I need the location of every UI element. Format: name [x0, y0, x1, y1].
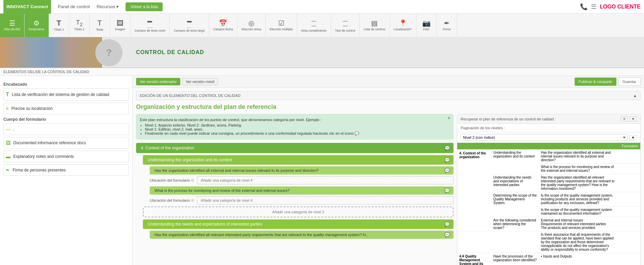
- titulo1-label: Título 1: [54, 28, 64, 32]
- texto-label: Texto: [96, 28, 103, 32]
- info-close-btn[interactable]: ✕: [447, 116, 450, 120]
- content-area: EDICIÓN DE UN ELEMENTO DEL CONTROL DE CA…: [133, 88, 644, 265]
- titulo2-icon: T2: [76, 19, 82, 27]
- eleccion-unica-icon: ◎: [248, 20, 254, 27]
- sidebar-item-explanatory[interactable]: ▬ Explanatory notes and comments: [3, 151, 129, 162]
- save-btn[interactable]: Guardar: [618, 78, 641, 86]
- table-cell-f6: [620, 217, 640, 231]
- toolbar-campos-largo[interactable]: ▬___ Campos de texto largo: [170, 14, 209, 37]
- sidebar-item-docs[interactable]: 🖼 Documented informance reference docs: [3, 137, 129, 149]
- table-cell-assurance: Is there assurance that all requirements…: [539, 231, 620, 253]
- sidebar-item-titulo[interactable]: T Lista de verificación del sistema de g…: [3, 88, 129, 101]
- toolbar-eleccion-multiple[interactable]: ☑ Elección múltiple: [266, 14, 297, 37]
- nota-cumplimiento-label: Nota cumplimiento: [301, 29, 327, 33]
- clear-icon[interactable]: ✕: [621, 116, 628, 121]
- action-buttons: Publicar & compartir Guardar: [575, 78, 641, 86]
- ubicacion-row-2: Ubicación del formulario ☉ Añadir una ca…: [150, 196, 453, 204]
- ubicacion-placeholder-1: Añadir una categoría de nivel 4: [201, 178, 252, 182]
- add-level3-btn[interactable]: Añadir una categoría de nivel 3: [143, 206, 453, 217]
- table-cell-subitems: External and Internal Issues Requirement…: [539, 217, 620, 231]
- nav-recursos[interactable]: Recursos ▾: [97, 4, 119, 9]
- qc-level2-chat-icon: 💬: [444, 157, 450, 163]
- toolbar-imagen[interactable]: 🖼 Imagen: [110, 14, 131, 37]
- tipo-control-icon: ——: [343, 18, 347, 28]
- table-row: Is there assurance that all requirements…: [457, 231, 640, 253]
- eleccion-multiple-label: Elección múltiple: [270, 28, 293, 31]
- qc-level3-process[interactable]: What is the process for monitoring and r…: [150, 186, 453, 195]
- breadcrumb: ELEMENTOS DEL/DE LA CONTROL DE CALIDAD: [0, 68, 644, 76]
- toolbar-lista-centros[interactable]: ▤ Lista de centros: [360, 14, 390, 37]
- qc-left-col: ✕ Este plan estructura la clasificación …: [136, 114, 453, 265]
- qc-level1[interactable]: 4. Context of the organization 💬: [136, 143, 453, 153]
- version-ordenador-btn[interactable]: Ver versión ordenador: [136, 78, 180, 85]
- toolbar-titulo2[interactable]: T2 Título 2: [69, 14, 90, 37]
- eleccion-unica-label: Elección única: [242, 28, 261, 31]
- toolbar-campos-fecha[interactable]: 📅 Campos fecha: [209, 14, 237, 37]
- qc-level3-identified[interactable]: Has the organization identified all exte…: [150, 166, 453, 175]
- lista-centros-label: Lista de centros: [364, 28, 385, 31]
- toolbar-tipo-control[interactable]: —— Tipo de control: [331, 14, 360, 37]
- edition-header-text: EDICIÓN DE UN ELEMENTO DEL CONTROL DE CA…: [140, 94, 241, 98]
- content-two-col: ✕ Este plan estructura la clasificación …: [136, 114, 641, 265]
- info-text: Este plan estructura la clasificación de…: [140, 118, 450, 122]
- ubicacion-label-1: Ubicación del formulario ☉: [150, 178, 194, 183]
- foto-label: Foto: [423, 28, 429, 31]
- toolbar: ☰ Plan de Ref ⚙ Parámetros T Título 1 T2…: [0, 14, 644, 37]
- expand-icon[interactable]: ▼: [629, 116, 637, 121]
- localizacion-label: Localización*: [394, 28, 412, 31]
- qc-level1-chat-icon: 💬: [444, 145, 450, 151]
- qc-level3-parties-chat-icon: 💬: [444, 232, 450, 237]
- toolbar-foto[interactable]: 📷 Foto: [416, 14, 437, 37]
- firma-icon: ✒: [444, 20, 450, 27]
- toolbar-parametros[interactable]: ⚙ Parámetros: [24, 14, 49, 37]
- right-panel-header: Recuperar el plan de referencia de un co…: [457, 114, 640, 124]
- toolbar-nota-cumplimiento[interactable]: —— Nota cumplimiento: [297, 14, 331, 37]
- ubicacion-row-1: Ubicación del formulario ☉ Añadir una ca…: [150, 176, 453, 184]
- table-cell-q4: Is the scope of the quality management s…: [539, 192, 620, 206]
- info-list: Nivel 1: Aspecto exterior, Nivel 2: Jard…: [145, 123, 450, 136]
- lista-centros-icon: ▤: [371, 20, 378, 27]
- campos-fecha-label: Campos fecha: [213, 28, 233, 31]
- ubicacion-dropdown-1[interactable]: Añadir una categoría de nivel 4: [197, 176, 453, 184]
- toolbar-titulo1[interactable]: T Título 1: [49, 14, 69, 37]
- nav-panel[interactable]: Panel de control: [58, 4, 90, 9]
- logo-text: INNOVACT Connect: [6, 4, 48, 9]
- nivel-expand-icon[interactable]: ▼: [629, 135, 637, 140]
- toolbar-localizacion[interactable]: 📍 Localización*: [390, 14, 416, 37]
- explanatory-icon: ▬: [6, 154, 11, 159]
- publish-btn[interactable]: Publicar & compartir: [575, 78, 616, 86]
- right-panel-header-text: Recuperar el plan de referencia de un co…: [461, 117, 556, 121]
- titulo-item-icon: T: [6, 92, 9, 98]
- table-cell-q5: Is the scope of the quality management s…: [539, 206, 620, 217]
- nivel-select[interactable]: Nivel 2 (con índice): [461, 134, 628, 141]
- info-item-0: Nivel 1: Aspecto exterior, Nivel 2: Jard…: [145, 123, 450, 127]
- qc-level3-chat-icon: 💬: [444, 168, 450, 173]
- table-cell-level2-processes: Have the processes of the organization b…: [491, 253, 539, 265]
- version-buttons: Ver versión ordenador Ver versión móvil: [136, 78, 218, 85]
- toolbar-firma[interactable]: ✒ Firma: [437, 14, 457, 37]
- back-button[interactable]: Volver a la lista: [126, 2, 163, 11]
- parametros-icon: ⚙: [33, 20, 39, 27]
- nivel-select-row: Nivel 2 (con índice) ▼: [457, 132, 640, 143]
- ubicacion-dropdown-2[interactable]: Añadir una categoría de nivel 4: [197, 196, 453, 204]
- foto-icon: 📷: [422, 20, 431, 27]
- banner: ? CONTROL DE CALIDAD: [0, 37, 644, 68]
- toolbar-eleccion-unica[interactable]: ◎ Elección única: [237, 14, 266, 37]
- toolbar-campos-corto[interactable]: ▬____ Campos de texto corto: [131, 14, 170, 37]
- toolbar-plan-ref[interactable]: ☰ Plan de Ref: [0, 14, 24, 37]
- qc-level3-parties[interactable]: Has the organization identified all rele…: [150, 231, 453, 239]
- toolbar-texto[interactable]: T Texto: [90, 14, 110, 37]
- qc-level3-parties-label: Has the organization identified all rele…: [154, 233, 369, 237]
- table-cell-level1-44: 4.4 Quality Management System and its pr…: [457, 253, 491, 265]
- sidebar-item-localizacion[interactable]: ≡ Precise su localización: [3, 103, 129, 114]
- sidebar-item-dash[interactable]: — .: [3, 123, 129, 135]
- phone-icon: 📞: [580, 3, 588, 11]
- collapse-btn[interactable]: ▲: [633, 94, 637, 98]
- right-panel-header-controls: ✕ ▼: [621, 116, 637, 121]
- version-movil-btn[interactable]: Ver versión móvil: [182, 78, 218, 85]
- qc-level1-label: 4. Context of the organization: [141, 146, 194, 150]
- sidebar-item-firma[interactable]: ✒ Firma de personas presentes: [3, 164, 129, 176]
- qc-level2-needs[interactable]: Understanding the needs and expectations…: [143, 219, 453, 229]
- menu-icon[interactable]: ☰: [591, 3, 596, 11]
- qc-level2-understanding[interactable]: Understanding the organization and its c…: [143, 155, 453, 165]
